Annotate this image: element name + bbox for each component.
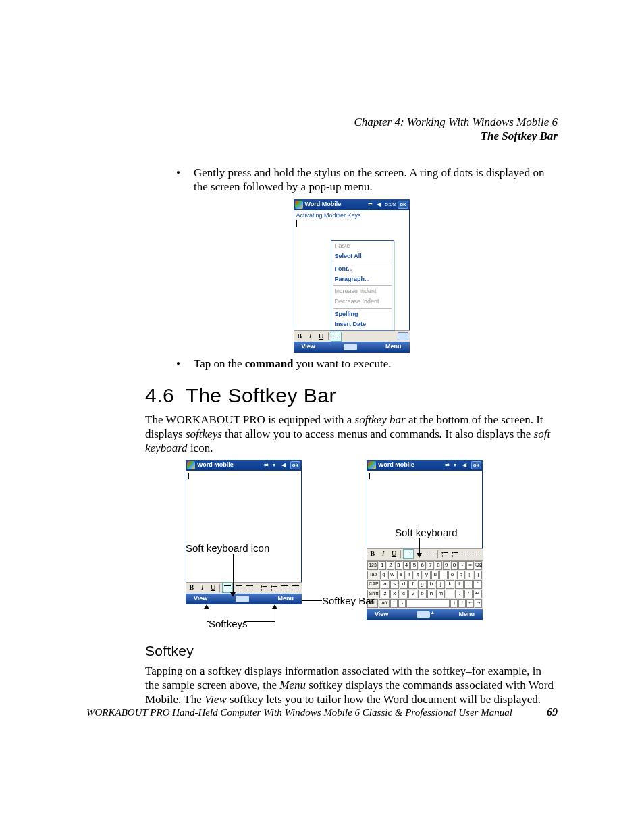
softkey-menu[interactable]: Menu (458, 610, 475, 618)
menu-paragraph[interactable]: Paragraph... (331, 274, 394, 284)
key[interactable]: 1 (379, 561, 386, 570)
bold-button[interactable]: B (368, 550, 377, 558)
key[interactable]: p (457, 571, 465, 579)
key[interactable]: n (427, 590, 436, 598)
key[interactable]: l (455, 580, 464, 589)
key[interactable]: v (408, 590, 417, 598)
indent-button[interactable] (472, 550, 481, 558)
key[interactable]: g (418, 580, 427, 589)
key[interactable]: 3 (395, 561, 402, 570)
bullets-button[interactable] (259, 583, 269, 592)
key-up[interactable]: ↑ (458, 599, 466, 608)
key[interactable]: t (414, 571, 422, 579)
key[interactable]: 6 (419, 561, 426, 570)
key[interactable]: ' (473, 580, 482, 589)
key[interactable]: 9 (443, 561, 450, 570)
key[interactable]: ] (474, 571, 482, 579)
align-right-button[interactable] (245, 583, 254, 592)
bold-button[interactable]: B (295, 332, 304, 341)
key-space[interactable] (406, 599, 450, 608)
indent-button[interactable] (291, 583, 300, 592)
ok-button[interactable]: ok (471, 461, 481, 469)
menu-font[interactable]: Font... (331, 264, 394, 274)
softkey-menu[interactable]: Menu (277, 595, 294, 602)
soft-keyboard-icon[interactable] (344, 344, 357, 350)
key[interactable]: 5 (410, 561, 418, 570)
key[interactable]: x (390, 590, 399, 598)
key[interactable]: - (458, 561, 466, 570)
keyboard-toggle-icon[interactable] (398, 332, 408, 340)
outdent-button[interactable] (461, 550, 471, 558)
key-left[interactable]: ← (466, 599, 474, 608)
italic-button[interactable]: I (306, 332, 315, 341)
numbering-button[interactable] (270, 583, 279, 592)
start-icon[interactable] (187, 461, 195, 469)
key[interactable]: w (388, 571, 396, 579)
underline-button[interactable]: U (317, 332, 326, 341)
start-icon[interactable] (368, 461, 376, 469)
key[interactable]: c (400, 590, 408, 598)
key[interactable]: f (408, 580, 417, 589)
key-accent[interactable]: áü (379, 599, 390, 608)
key[interactable]: . (455, 590, 464, 598)
key-right[interactable]: → (475, 599, 482, 608)
softkey-view[interactable]: View (194, 595, 207, 602)
start-icon[interactable] (295, 201, 303, 209)
italic-button[interactable]: I (379, 550, 388, 558)
menu-increase-indent[interactable]: Increase Indent (331, 286, 394, 296)
softkey-menu[interactable]: Menu (385, 343, 402, 350)
key-down[interactable]: ↓ (450, 599, 458, 608)
bullets-button[interactable] (440, 550, 450, 558)
menu-select-all[interactable]: Select All (331, 251, 394, 261)
key[interactable]: 2 (387, 561, 394, 570)
menu-paste[interactable]: Paste (331, 241, 394, 251)
key[interactable]: d (400, 580, 408, 589)
key[interactable]: / (464, 590, 473, 598)
key[interactable]: \ (398, 599, 406, 608)
menu-insert-date[interactable]: Insert Date (331, 319, 394, 330)
ok-button[interactable]: ok (398, 201, 408, 209)
key[interactable]: , (446, 590, 454, 598)
key[interactable]: ` (390, 599, 398, 608)
key[interactable]: i (439, 571, 448, 579)
key[interactable]: q (380, 571, 388, 579)
key[interactable]: b (418, 590, 427, 598)
key[interactable]: z (381, 590, 390, 598)
ok-button[interactable]: ok (290, 461, 300, 469)
key[interactable]: u (431, 571, 439, 579)
key[interactable]: y (423, 571, 431, 579)
key[interactable]: h (427, 580, 436, 589)
numbering-button[interactable] (451, 550, 460, 558)
italic-button[interactable]: I (198, 583, 207, 592)
key[interactable]: 4 (403, 561, 410, 570)
softkey-view[interactable]: View (375, 610, 388, 618)
align-button[interactable] (331, 332, 342, 342)
key-backspace[interactable]: ⌫ (475, 561, 482, 570)
key[interactable]: s (390, 580, 399, 589)
key[interactable]: ; (464, 580, 473, 589)
outdent-button[interactable] (280, 583, 290, 592)
key[interactable]: 7 (427, 561, 434, 570)
key-tab[interactable]: Tab (367, 571, 379, 579)
underline-button[interactable]: U (209, 583, 218, 592)
menu-decrease-indent[interactable]: Decrease Indent (331, 296, 394, 307)
key[interactable]: 0 (451, 561, 458, 570)
softkey-view[interactable]: View (302, 343, 315, 350)
key[interactable]: [ (466, 571, 474, 579)
underline-button[interactable]: U (390, 550, 399, 558)
align-left-button[interactable] (403, 549, 414, 559)
align-center-button[interactable] (234, 583, 244, 592)
bold-button[interactable]: B (187, 583, 196, 592)
key[interactable]: m (436, 590, 445, 598)
soft-keyboard-icon[interactable] (236, 596, 249, 602)
align-right-button[interactable] (426, 550, 435, 558)
key[interactable]: a (381, 580, 390, 589)
key[interactable]: o (448, 571, 456, 579)
key[interactable]: j (436, 580, 445, 589)
key[interactable]: = (466, 561, 474, 570)
key-123[interactable]: 123 (367, 561, 378, 570)
key-enter[interactable]: ↵ (473, 590, 482, 598)
key[interactable]: 8 (435, 561, 442, 570)
key[interactable]: r (406, 571, 414, 579)
menu-spelling[interactable]: Spelling (331, 309, 394, 319)
